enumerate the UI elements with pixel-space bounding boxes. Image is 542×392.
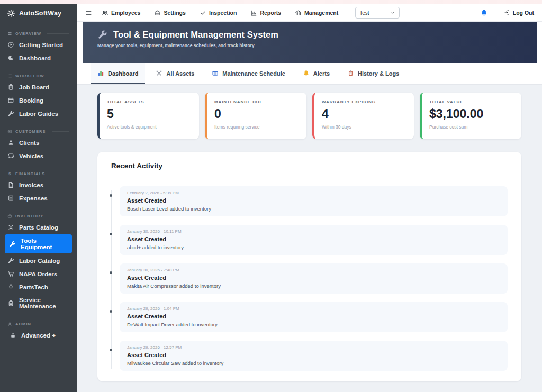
nav-inspection[interactable]: Inspection: [200, 10, 237, 16]
sidebar-section-workflow: WORKFLOW Job Board Booking Labor Guides: [0, 71, 77, 120]
history-clipboard-icon: [347, 70, 354, 77]
stat-label: WARRANTY EXPIRING: [322, 99, 406, 104]
schedule-table-icon: [212, 70, 219, 77]
stat-cards: TOTAL ASSETS 5 Active tools & equipment …: [97, 93, 521, 139]
sidebar-item-clients[interactable]: Clients: [0, 136, 77, 149]
sidebar-item-labor-guides[interactable]: Labor Guides: [0, 107, 77, 120]
nav-settings[interactable]: Settings: [154, 10, 185, 16]
bell-icon: [480, 9, 488, 17]
plug-icon: [7, 284, 14, 290]
check-icon: [200, 10, 206, 16]
tab-alerts[interactable]: Alerts: [296, 63, 337, 84]
hamburger-menu-button[interactable]: [85, 10, 92, 16]
hero-banner: Tool & Equipment Management System Manag…: [83, 22, 537, 63]
sidebar-item-vehicles[interactable]: Vehicles: [0, 149, 77, 162]
activity-timestamp: January 29, 2026 - 12:57 PM: [127, 345, 500, 350]
tab-dashboard[interactable]: Dashboard: [91, 63, 145, 84]
wrench-icon: [7, 257, 14, 264]
workspace-select-value: Test: [359, 10, 369, 16]
activity-timestamp: January 30, 2026 - 10:11 PM: [127, 229, 500, 234]
activity-timestamp: February 2, 2026 - 5:39 PM: [127, 190, 500, 195]
bank-icon: [295, 10, 302, 16]
stat-label: MAINTENANCE DUE: [214, 99, 299, 104]
chevron-down-icon: [390, 10, 395, 15]
car-icon: [7, 152, 14, 159]
sidebar-heading-inventory: INVENTORY: [0, 211, 77, 221]
page-title: Tool & Equipment Management System: [113, 30, 278, 40]
stat-value: 4: [322, 108, 406, 120]
sidebar-item-dashboard[interactable]: Dashboard: [0, 51, 77, 65]
tab-bar: Dashboard All Assets Maintenance Schedul…: [77, 63, 542, 85]
activity-timestamp: January 30, 2026 - 7:48 PM: [127, 268, 500, 272]
clipboard-icon: [7, 84, 14, 90]
dashboard-body: TOTAL ASSETS 5 Active tools & equipment …: [77, 85, 542, 392]
tab-history-logs[interactable]: History & Logs: [340, 63, 406, 84]
wrench-icon: [97, 30, 107, 40]
invoice-icon: [7, 181, 14, 188]
stat-subtext: Active tools & equipment: [107, 124, 192, 130]
logout-button[interactable]: Log Out: [504, 10, 534, 16]
dollar-icon: $: [7, 171, 12, 176]
sidebar-item-getting-started[interactable]: Getting Started: [0, 38, 77, 51]
nav-employees[interactable]: Employees: [102, 10, 140, 16]
workspace-select[interactable]: Test: [355, 7, 400, 19]
stat-value: 5: [107, 108, 192, 120]
stat-value: $3,100.00: [429, 108, 514, 120]
pie-chart-icon: [7, 54, 14, 61]
person-icon: [7, 139, 14, 146]
activity-entry: February 2, 2026 - 5:39 PM Asset Created…: [120, 186, 508, 216]
sidebar-item-expenses[interactable]: Expenses: [0, 192, 77, 205]
stat-subtext: Purchase cost sum: [429, 124, 514, 130]
alert-bell-icon: [303, 70, 310, 77]
stat-card-total-value: TOTAL VALUE $3,100.00 Purchase cost sum: [420, 93, 521, 139]
brand-logo: AutoSoftWay: [0, 4, 77, 22]
activity-event-title: Asset Created: [127, 197, 500, 204]
sidebar-item-booking[interactable]: Booking: [0, 94, 77, 107]
hamburger-icon: [85, 10, 92, 16]
notifications-bell-button[interactable]: [480, 9, 488, 17]
sidebar-item-parts-catalog[interactable]: Parts Catalog: [0, 221, 77, 234]
activity-entry: January 30, 2026 - 7:48 PM Asset Created…: [120, 263, 508, 294]
page-subtitle: Manage your tools, equipment, maintenanc…: [97, 43, 537, 48]
stat-subtext: Items requiring service: [214, 124, 299, 130]
sidebar-item-job-board[interactable]: Job Board: [0, 80, 77, 94]
activity-description: Milwaukee Circular Saw added to inventor…: [127, 360, 500, 366]
activity-event-title: Asset Created: [127, 313, 500, 320]
hero-wrapper: Tool & Equipment Management System Manag…: [77, 22, 542, 63]
activity-timestamp: January 29, 2026 - 1:04 PM: [127, 306, 500, 311]
divider: [111, 177, 508, 177]
play-circle-icon: [7, 41, 14, 48]
sidebar-item-partstech[interactable]: PartsTech: [0, 280, 77, 294]
people-icon: [102, 10, 109, 16]
lock-icon: [10, 332, 16, 339]
sidebar-item-napa-orders[interactable]: NAPA Orders: [0, 267, 77, 280]
sidebar-heading-overview: OVERVIEW: [0, 29, 77, 38]
sidebar-item-tools-equipment[interactable]: Tools Equipment: [5, 234, 72, 253]
sidebar-item-invoices[interactable]: Invoices: [0, 178, 77, 192]
stat-label: TOTAL VALUE: [429, 99, 514, 104]
sidebar-item-advanced[interactable]: Advanced +: [0, 329, 77, 342]
stat-subtext: Within 30 days: [322, 124, 406, 130]
sidebar-heading-financials: $ FINANCIALS: [0, 169, 77, 178]
id-card-icon: [7, 129, 12, 134]
gear-logo-icon: [7, 9, 15, 17]
activity-entry: January 29, 2026 - 1:04 PM Asset Created…: [120, 302, 508, 332]
nav-management[interactable]: Management: [295, 10, 338, 16]
sidebar-item-labor-catalog[interactable]: Labor Catalog: [0, 254, 77, 267]
gear-icon: [7, 224, 14, 231]
tab-all-assets[interactable]: All Assets: [149, 63, 201, 84]
hammer-wrench-icon: [156, 70, 162, 77]
wrench-icon: [9, 241, 16, 248]
sidebar-item-service-maintenance[interactable]: Service Maintenance: [0, 294, 77, 313]
stat-value: 0: [214, 108, 299, 120]
logout-icon: [504, 10, 510, 16]
sidebar-section-financials: $ FINANCIALS Invoices Expenses: [0, 169, 77, 205]
nav-reports[interactable]: Reports: [250, 10, 281, 16]
sidebar-heading-workflow: WORKFLOW: [0, 71, 77, 80]
stat-label: TOTAL ASSETS: [107, 99, 192, 104]
grid-icon: [7, 31, 12, 36]
list-icon: [7, 74, 12, 78]
nav-right-group: Log Out: [480, 9, 534, 17]
briefcase-icon: [7, 214, 12, 218]
tab-maintenance-schedule[interactable]: Maintenance Schedule: [205, 63, 292, 84]
